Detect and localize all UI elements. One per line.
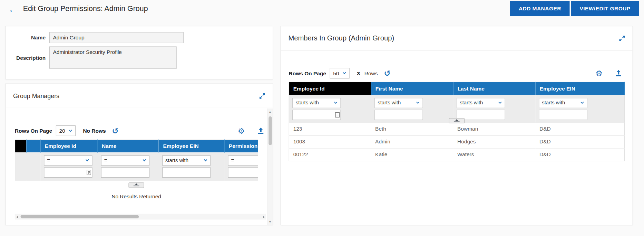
left-column: Name Description Administrator Security … (5, 26, 273, 225)
filter-value-input[interactable] (374, 110, 423, 120)
group-managers-card-header: Group Managers (6, 84, 273, 108)
member-employee-ein: D&D (535, 123, 624, 135)
member-last-name: Waters (453, 148, 535, 161)
members-filter-first-name: starts with (371, 95, 453, 122)
filter-operator-select[interactable]: starts with (539, 98, 587, 108)
chevron-down-icon (204, 159, 207, 162)
filter-value-input[interactable] (292, 110, 341, 120)
managers-table-clip: Employee Id Name Employee EIN Permission (15, 139, 258, 199)
refresh-icon[interactable]: ↺ (384, 69, 390, 77)
name-input[interactable] (49, 32, 184, 43)
collapse-arrow-icon (133, 183, 140, 187)
group-managers-table: Employee Id Name Employee EIN Permission (15, 139, 258, 180)
expand-icon[interactable] (619, 35, 625, 41)
members-col-first-name[interactable]: First Name (371, 82, 453, 95)
filter-operator-select[interactable]: = (101, 155, 149, 166)
filter-value-input[interactable] (101, 167, 149, 178)
rows-per-page-select[interactable]: 20 (56, 125, 76, 136)
topbar-buttons: ADD MANAGER VIEW/EDIT GROUP (510, 1, 639, 16)
vertical-scrollbar[interactable]: ▴ ▾ (267, 108, 273, 225)
view-edit-group-button[interactable]: VIEW/EDIT GROUP (571, 1, 639, 16)
managers-filter-permission: = (224, 152, 258, 180)
filter-operator-select[interactable]: starts with (374, 98, 423, 108)
member-last-name: Bowman (453, 123, 535, 135)
chevron-down-icon (334, 102, 338, 104)
managers-select-all-header[interactable] (15, 140, 26, 152)
managers-col-name[interactable]: Name (98, 140, 159, 152)
back-arrow-icon[interactable]: ← (8, 5, 18, 13)
export-icon[interactable] (615, 69, 622, 77)
lookup-icon[interactable] (335, 112, 340, 117)
description-textarea[interactable]: Administrator Security Profile (49, 46, 177, 68)
managers-icon-column-header (27, 140, 40, 152)
filter-operator-select[interactable]: = (44, 155, 92, 166)
horizontal-scrollbar[interactable]: ◂ ▸ (15, 214, 266, 220)
filter-input-wrap (228, 167, 258, 178)
filter-input-wrap (539, 110, 587, 120)
managers-filter-row: = (15, 152, 258, 180)
filter-value-input[interactable] (539, 110, 587, 120)
member-employee-ein: D&D (535, 135, 624, 148)
filter-value-input[interactable] (162, 167, 210, 178)
gear-icon[interactable]: ⚙ (595, 69, 602, 77)
members-tool-icons: ⚙ (595, 69, 623, 77)
filter-input-wrap (101, 167, 149, 178)
chevron-down-icon (580, 102, 584, 104)
empty-results-message: No Results Returned (15, 193, 258, 199)
members-col-employee-id[interactable]: Employee Id (289, 82, 371, 95)
members-title: Members In Group (Admin Group) (288, 34, 394, 43)
chevron-down-icon (416, 102, 420, 104)
filter-operator-select[interactable]: starts with (162, 155, 210, 166)
filter-operator-select[interactable]: starts with (292, 98, 341, 108)
member-first-name: Beth (371, 123, 453, 135)
lookup-icon[interactable] (86, 170, 91, 175)
scroll-down-icon[interactable]: ▾ (267, 219, 273, 224)
rows-per-page-select[interactable]: 50 (330, 68, 350, 78)
add-manager-button[interactable]: ADD MANAGER (510, 1, 570, 16)
managers-header-row: Employee Id Name Employee EIN Permission (15, 140, 258, 152)
name-row: Name (14, 32, 264, 43)
gear-icon[interactable]: ⚙ (238, 127, 245, 135)
filter-input-wrap (374, 110, 423, 120)
content: Name Description Administrator Security … (0, 16, 644, 225)
expand-icon[interactable] (259, 93, 265, 99)
row-count-number: 3 (357, 70, 360, 76)
filter-value-input[interactable] (228, 167, 258, 178)
group-managers-title: Group Managers (13, 92, 59, 99)
scroll-up-icon[interactable]: ▴ (267, 110, 273, 114)
chevron-down-icon (342, 72, 346, 74)
description-label: Description (14, 55, 49, 61)
members-card-header: Members In Group (Admin Group) (281, 26, 633, 50)
collapse-arrow-icon (453, 119, 460, 123)
member-row[interactable]: 1003 Admin Hodges D&D (289, 135, 624, 148)
export-icon[interactable] (257, 127, 264, 134)
horizontal-scrollbar-thumb[interactable] (21, 215, 139, 218)
vertical-scrollbar-thumb[interactable] (269, 116, 272, 145)
top-bar: ← Edit Group Permissions: Admin Group AD… (0, 0, 644, 16)
filter-operator-select[interactable]: starts with (457, 98, 505, 108)
member-employee-id: 00122 (289, 148, 371, 161)
members-col-last-name[interactable]: Last Name (453, 82, 535, 95)
chevron-down-icon (69, 130, 72, 132)
page: ← Edit Group Permissions: Admin Group AD… (0, 0, 644, 236)
members-in-group-card: Members In Group (Admin Group) Rows On P… (281, 26, 633, 225)
member-row[interactable]: 00122 Katie Waters D&D (289, 148, 624, 161)
group-managers-card: Group Managers Rows On Page 20 N (5, 84, 273, 226)
refresh-icon[interactable]: ↺ (112, 127, 118, 135)
filter-operator-select[interactable]: = (228, 155, 258, 166)
members-table-wrap: Employee Id First Name Last Name Employe… (289, 82, 625, 161)
member-employee-ein: D&D (535, 148, 624, 161)
managers-filter-employee-id: = (40, 152, 97, 180)
scroll-right-icon[interactable]: ▸ (263, 214, 265, 219)
member-row[interactable]: 123 Beth Bowman D&D (289, 123, 624, 135)
managers-col-employee-id[interactable]: Employee Id (40, 140, 97, 152)
members-col-employee-ein[interactable]: Employee EIN (535, 82, 624, 95)
managers-col-permission[interactable]: Permission (224, 140, 258, 152)
filter-collapse-handle[interactable] (128, 182, 144, 188)
filter-value-input[interactable] (44, 167, 92, 178)
managers-col-employee-ein[interactable]: Employee EIN (159, 140, 224, 152)
scroll-left-icon[interactable]: ◂ (16, 214, 18, 219)
managers-filter-spacer (15, 152, 40, 180)
filter-collapse-handle[interactable] (449, 118, 465, 123)
rows-on-page-label: Rows On Page (15, 128, 52, 134)
